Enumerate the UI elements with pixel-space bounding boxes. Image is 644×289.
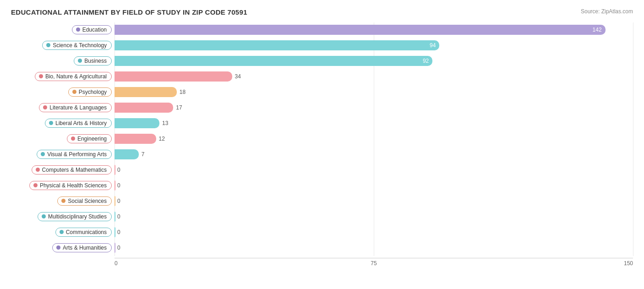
bar-row: Business92 <box>11 54 633 68</box>
bar-fill <box>115 227 115 237</box>
bar-track: 13 <box>115 118 633 128</box>
bar-row: Physical & Health Sciences0 <box>11 178 633 192</box>
label-text: Multidisciplinary Studies <box>48 213 107 220</box>
bar-fill <box>115 118 159 128</box>
label-dot <box>56 245 60 250</box>
bar-track: 12 <box>115 134 633 144</box>
bar-value: 142 <box>593 27 602 33</box>
label-text: Education <box>82 27 107 33</box>
bar-fill <box>115 71 232 82</box>
bar-fill <box>115 212 115 222</box>
bar-row: Computers & Mathematics0 <box>11 163 633 177</box>
label-text: Physical & Health Sciences <box>40 182 107 189</box>
x-tick: 150 <box>624 260 633 267</box>
label-pill: Psychology <box>68 87 112 97</box>
label-dot <box>42 214 46 218</box>
label-text: Psychology <box>79 89 107 95</box>
label-pill: Computers & Mathematics <box>32 165 112 174</box>
bar-label: Arts & Humanities <box>11 243 112 252</box>
label-pill: Literature & Languages <box>39 103 112 112</box>
bar-value: 17 <box>176 104 182 111</box>
label-text: Liberal Arts & History <box>55 120 107 126</box>
label-pill: Bio, Nature & Agricultural <box>35 72 112 81</box>
label-text: Engineering <box>77 136 107 142</box>
x-tick: 75 <box>371 260 377 267</box>
bar-track: 0 <box>115 227 633 237</box>
bar-value: 94 <box>430 42 436 49</box>
bar-label: Engineering <box>11 134 112 143</box>
bar-value: 0 <box>117 167 120 173</box>
bar-value: 0 <box>117 213 120 220</box>
bar-track: 94 <box>115 40 633 50</box>
label-dot <box>49 121 53 125</box>
bar-value: 0 <box>117 182 120 189</box>
bar-value: 92 <box>423 58 429 64</box>
label-dot <box>36 168 40 172</box>
label-pill: Liberal Arts & History <box>45 119 112 128</box>
bar-track: 0 <box>115 165 633 175</box>
bar-label: Psychology <box>11 87 112 97</box>
bars-area: Education142Science & Technology94Busine… <box>11 22 633 256</box>
bar-row: Communications0 <box>11 225 633 239</box>
bar-label: Multidisciplinary Studies <box>11 212 112 221</box>
label-pill: Communications <box>55 228 112 237</box>
label-text: Communications <box>66 229 107 235</box>
bar-fill <box>115 87 177 97</box>
label-pill: Visual & Performing Arts <box>37 150 112 159</box>
bar-track: 7 <box>115 149 633 159</box>
bar-row: Education142 <box>11 22 633 37</box>
bar-label: Communications <box>11 228 112 237</box>
chart-container: EDUCATIONAL ATTAINMENT BY FIELD OF STUDY… <box>0 0 644 289</box>
label-text: Literature & Languages <box>49 104 107 111</box>
grid-line <box>633 22 633 256</box>
bar-label: Science & Technology <box>11 41 112 50</box>
bar-label: Bio, Nature & Agricultural <box>11 72 112 81</box>
bar-row: Science & Technology94 <box>11 38 633 52</box>
bar-row: Literature & Languages17 <box>11 100 633 115</box>
label-text: Arts & Humanities <box>63 245 107 251</box>
bar-fill: 142 <box>115 25 606 35</box>
bar-value: 0 <box>117 198 120 204</box>
bar-track: 0 <box>115 196 633 206</box>
bar-fill <box>115 134 156 144</box>
label-dot <box>72 90 76 94</box>
bar-label: Computers & Mathematics <box>11 165 112 174</box>
label-dot <box>76 27 80 32</box>
bar-fill <box>115 243 115 253</box>
bar-label: Physical & Health Sciences <box>11 181 112 190</box>
label-pill: Social Sciences <box>57 196 112 206</box>
bar-track: 0 <box>115 180 633 191</box>
bar-value: 34 <box>235 73 241 80</box>
bar-fill: 94 <box>115 40 439 50</box>
bar-row: Psychology18 <box>11 85 633 99</box>
label-pill: Multidisciplinary Studies <box>38 212 112 221</box>
bar-track: 34 <box>115 71 633 82</box>
chart-header: EDUCATIONAL ATTAINMENT BY FIELD OF STUDY… <box>11 8 633 16</box>
label-dot <box>43 105 47 109</box>
bar-track: 92 <box>115 56 633 66</box>
bar-row: Multidisciplinary Studies0 <box>11 209 633 224</box>
bar-track: 0 <box>115 243 633 253</box>
bar-label: Liberal Arts & History <box>11 119 112 128</box>
label-text: Bio, Nature & Agricultural <box>45 73 107 80</box>
label-text: Visual & Performing Arts <box>47 151 107 158</box>
bar-label: Business <box>11 56 112 65</box>
bar-value: 18 <box>180 89 186 95</box>
bar-label: Social Sciences <box>11 196 112 206</box>
x-axis: 075150 <box>115 258 633 267</box>
label-dot <box>41 152 45 156</box>
label-text: Business <box>84 58 107 64</box>
bar-row: Bio, Nature & Agricultural34 <box>11 69 633 83</box>
bar-track: 17 <box>115 103 633 113</box>
bar-row: Arts & Humanities0 <box>11 240 633 255</box>
label-dot <box>46 43 50 47</box>
bar-row: Social Sciences0 <box>11 194 633 208</box>
label-dot <box>61 199 65 203</box>
label-pill: Business <box>74 56 112 65</box>
bar-fill <box>115 165 115 175</box>
bar-row: Liberal Arts & History13 <box>11 116 633 130</box>
label-pill: Education <box>72 25 112 34</box>
bar-track: 0 <box>115 212 633 222</box>
bar-label: Literature & Languages <box>11 103 112 112</box>
bar-value: 7 <box>142 151 145 158</box>
